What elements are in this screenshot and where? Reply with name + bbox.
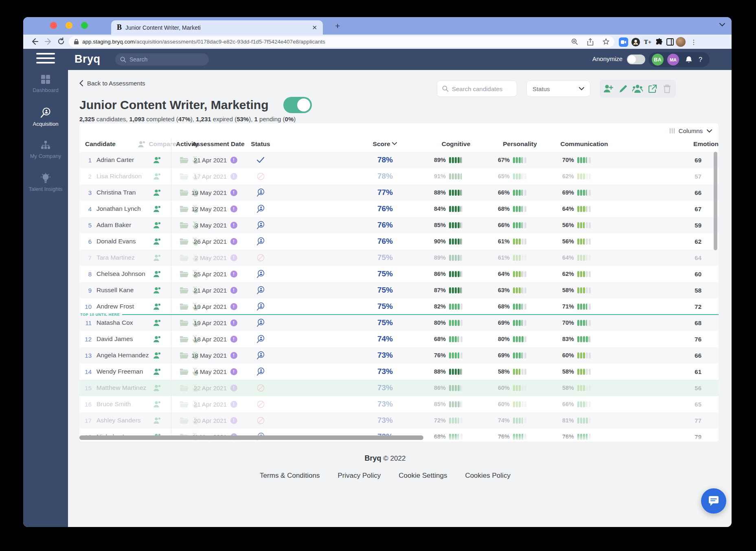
column-header-cognitive[interactable]: Cognitive xyxy=(425,140,486,148)
date-info-badge[interactable]: ! xyxy=(230,217,237,233)
candidate-row[interactable]: 2Lisa Richardson17 Apr 2021!78%91%65%62%… xyxy=(79,168,719,184)
status-review-icon[interactable] xyxy=(255,201,266,217)
date-info-badge[interactable]: ! xyxy=(230,331,237,347)
date-info-badge[interactable]: ! xyxy=(230,233,237,249)
status-review-icon[interactable] xyxy=(255,347,266,363)
compare-button[interactable] xyxy=(149,184,164,201)
zoom-page-icon[interactable] xyxy=(571,38,578,45)
status-review-icon[interactable] xyxy=(255,233,266,249)
status-expired-icon[interactable] xyxy=(255,412,266,429)
date-info-badge[interactable]: ! xyxy=(230,347,237,363)
date-info-badge[interactable]: ! xyxy=(230,201,237,217)
status-filter-dropdown[interactable]: Status xyxy=(526,81,590,97)
status-review-icon[interactable] xyxy=(255,363,266,380)
zoom-app-extension-icon[interactable] xyxy=(618,37,629,47)
share-icon[interactable] xyxy=(587,38,594,46)
date-info-badge[interactable]: ! xyxy=(230,282,237,298)
column-header-candidate[interactable]: Candidate xyxy=(85,140,116,148)
compare-button[interactable] xyxy=(149,282,164,298)
date-info-badge[interactable]: ! xyxy=(230,412,237,429)
status-expired-icon[interactable] xyxy=(255,168,266,184)
compare-button[interactable] xyxy=(149,396,164,412)
anonymize-toggle[interactable] xyxy=(627,55,645,64)
compare-button[interactable] xyxy=(149,363,164,380)
date-info-badge[interactable]: ! xyxy=(230,152,237,168)
sidebar-item-dashboard[interactable]: Dashboard xyxy=(23,74,68,107)
vertical-scrollbar[interactable] xyxy=(714,152,717,250)
candidate-row[interactable]: 3Christina Tran19 May 2021!77%88%66%69%6… xyxy=(79,184,719,201)
sidebar-item-talent-insights[interactable]: Talent Insights xyxy=(23,173,68,206)
column-header-status[interactable]: Status xyxy=(230,140,291,148)
column-header-personality[interactable]: Personality xyxy=(489,140,550,148)
status-done-icon[interactable] xyxy=(255,152,266,168)
candidate-row[interactable]: 1Adrian Carter21 Apr 2021!78%89%67%70%69 xyxy=(79,152,719,168)
compare-button[interactable] xyxy=(149,331,164,347)
column-header-score[interactable]: Score xyxy=(336,140,397,148)
delete-button[interactable] xyxy=(661,83,673,95)
edit-button[interactable] xyxy=(617,83,629,95)
address-bar[interactable]: app.staging.bryq.com/acquisition/assessm… xyxy=(69,36,614,47)
status-review-icon[interactable] xyxy=(255,217,266,233)
text-extension-icon[interactable]: T+ xyxy=(642,37,653,47)
chat-widget-button[interactable] xyxy=(701,488,726,514)
browser-tab[interactable]: B Junior Content Writer, Marketi ✕ xyxy=(111,20,323,35)
compare-button[interactable] xyxy=(149,412,164,429)
compare-button[interactable] xyxy=(149,152,164,168)
columns-control[interactable]: Columns xyxy=(79,123,719,138)
date-info-badge[interactable]: ! xyxy=(230,168,237,184)
status-review-icon[interactable] xyxy=(255,184,266,201)
notifications-bell-icon[interactable] xyxy=(685,56,692,63)
horizontal-scrollbar[interactable] xyxy=(79,435,423,440)
column-header-emotion[interactable]: Emotion xyxy=(693,140,719,148)
column-header-communication[interactable]: Communication xyxy=(554,140,615,148)
browser-menu-icon[interactable]: ⋮ xyxy=(688,37,699,47)
compare-button[interactable] xyxy=(149,347,164,363)
candidate-row[interactable]: 14Wendy Freeman4 May 2021!73%88%58%58%61 xyxy=(79,363,719,380)
candidate-row[interactable]: 8Chelsea Johnson25 Apr 2021!75%86%64%62%… xyxy=(79,266,719,282)
candidate-row[interactable]: 9Russell Kane21 Apr 2021!75%87%63%58%58 xyxy=(79,282,719,298)
minimize-window-button[interactable] xyxy=(66,22,72,29)
compare-button[interactable] xyxy=(149,168,164,184)
forward-icon[interactable] xyxy=(44,37,53,46)
compare-button[interactable] xyxy=(149,217,164,233)
status-expired-icon[interactable] xyxy=(255,380,266,396)
add-candidate-button[interactable] xyxy=(602,83,614,95)
global-search-input[interactable]: Search xyxy=(115,53,209,66)
sidebar-item-acquisition[interactable]: Acquisition xyxy=(23,107,68,140)
candidate-row[interactable]: 17Ashley Sanders20 Apr 2021!73%72%74%81%… xyxy=(79,412,719,429)
compare-button[interactable] xyxy=(149,266,164,282)
footer-link-cookie-settings[interactable]: Cookie Settings xyxy=(399,472,447,480)
password-extension-icon[interactable] xyxy=(630,37,641,47)
candidate-row[interactable]: 15Matthew Martinez22 Apr 2021!73%86%60%5… xyxy=(79,380,719,396)
hamburger-menu-icon[interactable] xyxy=(36,53,55,63)
candidate-row[interactable]: 12David James18 Apr 2021!74%68%80%83%76 xyxy=(79,331,719,347)
back-icon[interactable] xyxy=(31,37,39,46)
new-tab-button[interactable]: + xyxy=(335,21,340,31)
date-info-badge[interactable]: ! xyxy=(230,184,237,201)
candidate-row[interactable]: 5Adam Baker3 May 2021!76%85%66%56%59 xyxy=(79,217,719,233)
candidate-row[interactable]: 16Bruce Smith21 Apr 2021!73%85%60%66%65 xyxy=(79,396,719,412)
tab-close-icon[interactable]: ✕ xyxy=(312,24,317,31)
date-info-badge[interactable]: ! xyxy=(230,380,237,396)
extensions-puzzle-icon[interactable] xyxy=(654,37,664,47)
candidate-row[interactable]: 6Donald Evans26 Apr 2021!76%90%61%56%62 xyxy=(79,233,719,249)
candidate-row[interactable]: 13Angela Hernandez18 May 2021!73%76%69%6… xyxy=(79,347,719,363)
compare-button[interactable] xyxy=(149,380,164,396)
candidate-row[interactable]: 7Tara Martinez2 May 2021!75%89%61%64%64 xyxy=(79,249,719,266)
status-review-icon[interactable] xyxy=(255,331,266,347)
team-button[interactable] xyxy=(631,83,644,95)
footer-link-privacy-policy[interactable]: Privacy Policy xyxy=(338,472,381,480)
sidebar-item-my-company[interactable]: My Company xyxy=(23,140,68,173)
close-window-button[interactable] xyxy=(50,22,57,29)
export-button[interactable] xyxy=(646,83,659,95)
date-info-badge[interactable]: ! xyxy=(230,249,237,266)
bookmark-star-icon[interactable] xyxy=(603,38,609,45)
candidate-search-input[interactable]: Search candidates xyxy=(437,81,517,97)
footer-link-terms-conditions[interactable]: Terms & Conditions xyxy=(260,472,320,480)
candidate-row[interactable]: 4Jonathan Lynch12 May 2021!76%84%68%64%6… xyxy=(79,201,719,217)
avatar[interactable]: MA xyxy=(667,54,679,66)
compare-button[interactable] xyxy=(149,233,164,249)
assessment-active-toggle[interactable] xyxy=(283,97,312,113)
compare-button[interactable] xyxy=(149,201,164,217)
tab-search-chevron-icon[interactable] xyxy=(719,23,725,26)
